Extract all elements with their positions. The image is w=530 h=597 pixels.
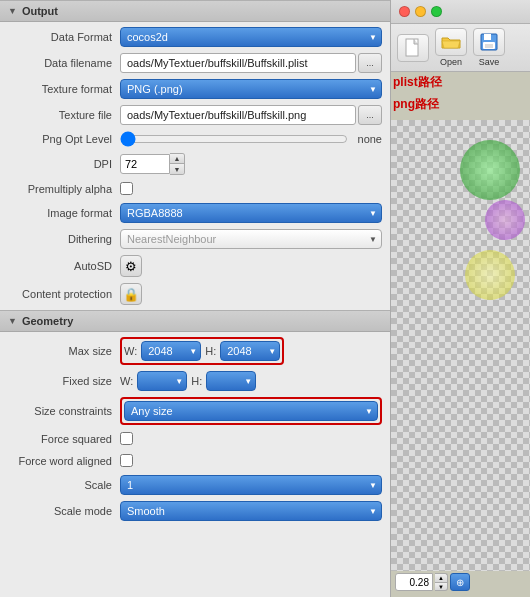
max-size-label: Max size — [0, 345, 120, 357]
data-format-row: Data Format cocos2d — [0, 24, 390, 50]
png-opt-level-row: Png Opt Level none — [0, 128, 390, 150]
autosd-gear-btn[interactable]: ⚙ — [120, 255, 142, 277]
plist-annotation: plist路径 — [393, 74, 442, 91]
png-opt-slider[interactable] — [120, 132, 348, 146]
data-format-select-wrapper: cocos2d — [120, 27, 382, 47]
geometry-title: Geometry — [22, 315, 73, 327]
max-size-h-select[interactable]: 2048 — [220, 341, 280, 361]
fixed-size-w-select[interactable] — [137, 371, 187, 391]
texture-file-control: ... — [120, 105, 382, 125]
scale-label: Scale — [0, 479, 120, 491]
max-size-h-label: H: — [205, 345, 216, 357]
png-opt-slider-row: none — [120, 132, 382, 146]
open-label: Open — [440, 57, 462, 67]
fixed-size-h-select-wrapper — [206, 371, 256, 391]
traffic-light-green[interactable] — [431, 6, 442, 17]
zoom-up-btn[interactable]: ▲ — [435, 573, 448, 582]
data-filename-browse-btn[interactable]: ... — [358, 53, 382, 73]
scale-mode-control: Smooth — [120, 501, 382, 521]
scale-control: 1 — [120, 475, 382, 495]
traffic-light-red[interactable] — [399, 6, 410, 17]
right-panel-toolbar: Open Save — [391, 24, 530, 72]
data-filename-input[interactable] — [120, 53, 356, 73]
autosd-control: ⚙ — [120, 255, 382, 277]
data-filename-row: Data filename ... — [0, 50, 390, 76]
force-word-aligned-row: Force word aligned — [0, 450, 390, 472]
output-section-content: Data Format cocos2d Data filename ... — [0, 22, 390, 310]
autosd-row: AutoSD ⚙ — [0, 252, 390, 280]
dpi-input[interactable] — [120, 154, 170, 174]
content-protection-label: Content protection — [0, 288, 120, 300]
dithering-control: NearestNeighbour — [120, 229, 382, 249]
force-squared-row: Force squared — [0, 428, 390, 450]
premultiply-alpha-label: Premultiply alpha — [0, 183, 120, 195]
data-format-select[interactable]: cocos2d — [120, 27, 382, 47]
fixed-size-inputs: W: H: — [120, 371, 256, 391]
size-constraints-row: Size constraints Any size — [0, 394, 390, 428]
texture-file-input-group: ... — [120, 105, 382, 125]
output-title: Output — [22, 5, 58, 17]
max-size-w-select-wrapper: 2048 — [141, 341, 201, 361]
sprite-canvas — [391, 120, 530, 571]
dpi-control: ▲ ▼ — [120, 153, 382, 175]
texture-format-control: PNG (.png) — [120, 79, 382, 99]
content-protection-control: 🔒 — [120, 283, 382, 305]
zoom-fit-btn[interactable]: ⊕ — [450, 573, 470, 591]
premultiply-alpha-row: Premultiply alpha — [0, 178, 390, 200]
size-constraints-select-wrapper: Any size — [124, 401, 378, 421]
size-constraints-control: Any size — [120, 397, 382, 425]
dpi-up-btn[interactable]: ▲ — [170, 154, 184, 164]
data-filename-input-group: ... — [120, 53, 382, 73]
new-file-icon — [397, 34, 429, 62]
geometry-section-header[interactable]: ▼ Geometry — [0, 310, 390, 332]
max-size-outlined: W: 2048 H: 2048 — [120, 337, 284, 365]
content-protection-row: Content protection 🔒 — [0, 280, 390, 308]
size-constraints-select[interactable]: Any size — [124, 401, 378, 421]
dithering-select[interactable]: NearestNeighbour — [120, 229, 382, 249]
force-squared-checkbox[interactable] — [120, 432, 133, 445]
max-size-control: W: 2048 H: 2048 — [120, 337, 382, 365]
scale-mode-select-wrapper: Smooth — [120, 501, 382, 521]
fixed-size-w-select-wrapper — [137, 371, 187, 391]
texture-format-select[interactable]: PNG (.png) — [120, 79, 382, 99]
image-format-select[interactable]: RGBA8888 — [120, 203, 382, 223]
texture-format-label: Texture format — [0, 83, 120, 95]
dpi-down-btn[interactable]: ▼ — [170, 164, 184, 174]
fixed-size-row: Fixed size W: H: — [0, 368, 390, 394]
png-opt-level-control: none — [120, 132, 382, 146]
max-size-w-label: W: — [124, 345, 137, 357]
svg-rect-0 — [406, 39, 418, 56]
traffic-light-yellow[interactable] — [415, 6, 426, 17]
output-section-header[interactable]: ▼ Output — [0, 0, 390, 22]
image-format-row: Image format RGBA8888 — [0, 200, 390, 226]
size-constraints-label: Size constraints — [0, 405, 120, 417]
new-file-btn[interactable] — [397, 34, 429, 62]
max-size-w-select[interactable]: 2048 — [141, 341, 201, 361]
left-panel: ▼ Output Data Format cocos2d Data filena… — [0, 0, 390, 597]
force-squared-control — [120, 432, 382, 447]
content-protection-lock-btn[interactable]: 🔒 — [120, 283, 142, 305]
scale-select[interactable]: 1 — [120, 475, 382, 495]
zoom-down-btn[interactable]: ▼ — [435, 582, 448, 591]
zoom-input[interactable] — [395, 573, 433, 591]
save-btn[interactable]: Save — [473, 28, 505, 67]
scale-mode-select[interactable]: Smooth — [120, 501, 382, 521]
texture-file-browse-btn[interactable]: ... — [358, 105, 382, 125]
texture-format-select-wrapper: PNG (.png) — [120, 79, 382, 99]
zoom-steppers: ▲ ▼ — [435, 573, 448, 591]
texture-file-label: Texture file — [0, 109, 120, 121]
size-constraints-outlined: Any size — [120, 397, 382, 425]
force-word-aligned-checkbox[interactable] — [120, 454, 133, 467]
fixed-size-h-select[interactable] — [206, 371, 256, 391]
fixed-size-w-label: W: — [120, 375, 133, 387]
data-format-control: cocos2d — [120, 27, 382, 47]
scale-row: Scale 1 — [0, 472, 390, 498]
open-btn[interactable]: Open — [435, 28, 467, 67]
texture-file-input[interactable] — [120, 105, 356, 125]
image-format-control: RGBA8888 — [120, 203, 382, 223]
fixed-size-label: Fixed size — [0, 375, 120, 387]
premultiply-alpha-checkbox[interactable] — [120, 182, 133, 195]
scale-mode-label: Scale mode — [0, 505, 120, 517]
right-panel: Open Save plist路径 png路径 图片格式 — [390, 0, 530, 597]
scale-select-wrapper: 1 — [120, 475, 382, 495]
